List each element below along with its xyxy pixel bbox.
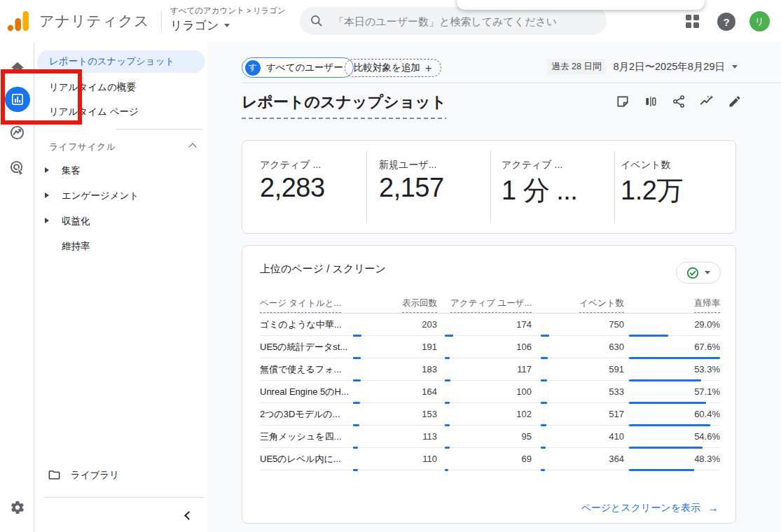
table-body: ゴミのような中華...20317475029.0%UE5の統計データst...1…: [260, 314, 720, 470]
table-row: UE5の統計データst...19110663067.6%: [260, 336, 720, 358]
row-events-cell: 533: [532, 386, 624, 397]
expand-arrow-icon[interactable]: [45, 218, 49, 223]
folder-icon: [48, 468, 61, 482]
column-header-bounce-rate[interactable]: 直帰率: [624, 298, 720, 313]
metric-bar: [353, 469, 358, 471]
date-range-text: 8月2日〜2025年8月29日: [613, 60, 725, 74]
search-icon: [310, 14, 324, 28]
row-events-cell: 750: [532, 319, 624, 330]
check-circle-icon: [686, 267, 699, 279]
sidebar-item-monetization[interactable]: 収益化: [62, 215, 90, 227]
sidebar-item-engagement[interactable]: エンゲージメント: [62, 190, 139, 202]
explore-nav-button[interactable]: [0, 125, 34, 141]
add-comparison-chip[interactable]: 比較対象を追加 +: [345, 59, 441, 77]
row-bounce-cell: 60.4%: [624, 409, 720, 419]
pencil-icon: [728, 94, 742, 108]
overlay-popup: [457, 0, 705, 10]
sidebar-item-acquisition[interactable]: 集客: [62, 164, 81, 177]
table-row: 三角メッシュを四...1139541054.6%: [260, 426, 720, 448]
top-pages-card: 上位のページ / スクリーン ページ タイトルと... 表示回数 アクティブ ユ…: [242, 245, 736, 524]
caret-down-icon: [732, 65, 738, 69]
row-events-cell: 364: [532, 454, 624, 464]
row-views-cell: 164: [365, 386, 437, 397]
search-bar[interactable]: [300, 7, 607, 35]
notes-button[interactable]: [615, 94, 630, 109]
row-users-cell: 100: [437, 386, 532, 397]
avatar[interactable]: リ: [749, 11, 770, 31]
property-selector[interactable]: リラゴン: [170, 18, 230, 34]
apps-grid-icon[interactable]: [686, 15, 700, 29]
share-button[interactable]: [671, 94, 686, 109]
row-bounce-cell: 48.3%: [624, 454, 720, 464]
row-bounce-cell: 29.0%: [624, 319, 720, 330]
row-events-cell: 410: [532, 431, 624, 442]
row-bounce-cell: 54.6%: [624, 431, 720, 442]
report-content: す すべてのユーザー 比較対象を追加 + 過去 28 日間 8月2日〜2025年…: [207, 42, 781, 532]
help-icon[interactable]: ?: [717, 13, 735, 31]
data-quality-button[interactable]: [676, 262, 721, 284]
collapse-sidebar-icon[interactable]: [184, 511, 193, 520]
row-users-cell: 117: [437, 364, 532, 374]
row-bounce-cell: 57.1%: [624, 386, 720, 397]
row-users-cell: 174: [437, 319, 532, 330]
table-row: 無償で使えるフォ...18311759153.3%: [260, 358, 720, 381]
compare-icon: [644, 94, 658, 108]
sidebar-item-retention[interactable]: 維持率: [62, 240, 90, 253]
page-title: レポートのスナップショット: [242, 92, 446, 119]
table-row: UE5のレベル内に...1106936448.3%: [260, 448, 720, 470]
advertising-nav-button[interactable]: [0, 160, 34, 176]
row-views-cell: 110: [365, 454, 437, 464]
metric-divider: [490, 150, 491, 223]
row-events-cell: 517: [532, 409, 624, 419]
product-name: アナリティクス: [39, 11, 149, 31]
row-users-cell: 95: [437, 431, 532, 442]
caret-down-icon: [224, 24, 230, 27]
row-events-cell: 630: [532, 342, 624, 352]
google-analytics-logo-icon[interactable]: [7, 10, 29, 31]
comparison-button[interactable]: [643, 94, 658, 109]
metric-bar: [445, 469, 448, 471]
table-row: ゴミのような中華...20317475029.0%: [260, 314, 720, 336]
metric-bar: [541, 469, 545, 471]
breadcrumb-chevron-icon: >: [247, 7, 251, 15]
metric-divider: [614, 150, 615, 223]
expand-arrow-icon[interactable]: [45, 192, 49, 198]
edit-button[interactable]: [727, 94, 742, 109]
row-views-cell: 203: [365, 319, 437, 330]
caret-down-icon: [705, 271, 710, 274]
row-title-cell: UE5のレベル内に...: [260, 453, 365, 465]
lifecycle-section-header: ライフサイクル: [49, 141, 116, 153]
row-title-cell: UE5の統計データst...: [260, 341, 365, 354]
sidebar-item-library[interactable]: ライブラリ: [48, 468, 119, 482]
insights-button[interactable]: [699, 94, 714, 109]
column-header-views[interactable]: 表示回数: [365, 298, 437, 313]
row-users-cell: 106: [437, 342, 532, 352]
date-range-picker[interactable]: 過去 28 日間 8月2日〜2025年8月29日: [547, 59, 738, 75]
date-range-badge: 過去 28 日間: [547, 59, 607, 75]
column-header-page-title[interactable]: ページ タイトルと...: [260, 298, 365, 313]
collapse-section-icon[interactable]: [188, 143, 196, 150]
segment-chip-all-users[interactable]: す すべてのユーザー: [242, 57, 354, 78]
row-title-cell: ゴミのような中華...: [260, 318, 365, 331]
view-pages-link[interactable]: ページとスクリーンを表示 →: [581, 502, 719, 514]
row-bounce-cell: 67.6%: [624, 342, 720, 352]
insights-icon: [699, 94, 714, 109]
search-input[interactable]: [333, 15, 572, 27]
row-events-cell: 591: [532, 364, 624, 374]
gear-icon: [10, 500, 25, 515]
row-title-cell: Unreal Engine 5のH...: [260, 386, 365, 398]
column-header-active-users[interactable]: アクティブ ユーザ...: [437, 298, 532, 313]
row-title-cell: 三角メッシュを四...: [260, 430, 365, 443]
column-header-event-count[interactable]: イベント数: [532, 298, 624, 313]
share-icon: [672, 94, 686, 108]
metric-bar: [629, 469, 694, 471]
report-toolbar: [615, 94, 742, 109]
row-users-cell: 69: [437, 454, 532, 464]
arrow-right-icon: →: [707, 502, 719, 514]
row-views-cell: 153: [365, 409, 437, 419]
admin-settings-button[interactable]: [0, 500, 34, 515]
row-bounce-cell: 53.3%: [624, 364, 720, 374]
row-views-cell: 113: [365, 431, 437, 442]
breadcrumb[interactable]: すべてのアカウント>リラゴン: [170, 6, 286, 16]
expand-arrow-icon[interactable]: [45, 167, 49, 173]
